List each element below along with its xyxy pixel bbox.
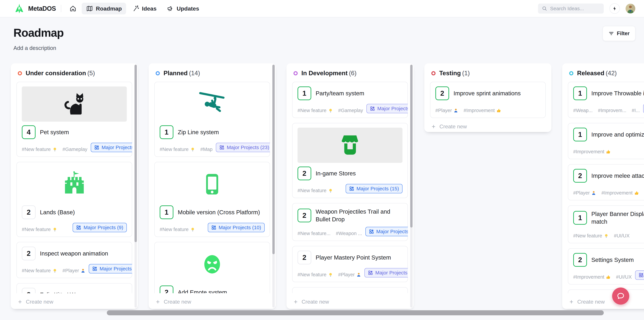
user-avatar[interactable]: [626, 4, 635, 13]
major-projects-badge[interactable]: Major Projects (10): [208, 223, 265, 232]
person-emoji-icon: [454, 108, 458, 113]
major-projects-badge[interactable]: Major Projects (23): [216, 143, 270, 152]
filter-label: Filter: [617, 30, 630, 36]
page-description-placeholder[interactable]: Add a description: [14, 45, 56, 51]
vote-count-box[interactable]: 1: [298, 86, 311, 100]
idea-card[interactable]: 2Lands (Base)#New featureMajor Projects …: [16, 162, 132, 237]
major-projects-badge[interactable]: Major Projects (14): [91, 143, 132, 152]
card-image: [160, 247, 265, 282]
idea-card[interactable]: 2Player Mastery Point System#New feature…: [292, 246, 408, 282]
idea-card[interactable]: 1Improve Throwable items#Weap...#Improve…: [568, 82, 644, 118]
vertical-scrollbar-thumb[interactable]: [410, 65, 412, 228]
vote-count-box[interactable]: 2: [22, 205, 36, 219]
vote-count-box[interactable]: 1: [573, 211, 587, 225]
tag-list: #New feature: [298, 188, 333, 193]
tag-label: #Improvement: [573, 274, 604, 280]
nav-tabs: Roadmap Ideas Updates: [82, 3, 204, 14]
grid-icon: [370, 106, 375, 111]
home-button[interactable]: [66, 2, 80, 14]
megaphone-icon: [167, 5, 174, 12]
bulb-emoji-icon: [52, 268, 57, 273]
card-meta-row: #New feature#GameplayMajor Projects (25): [298, 104, 402, 113]
vote-count-box[interactable]: 2: [160, 286, 174, 293]
major-projects-badge[interactable]: Major Projects (23): [364, 268, 408, 278]
idea-card[interactable]: 4Pet system#New feature#GameplayMajor Pr…: [16, 82, 132, 157]
vote-count-box[interactable]: 2: [22, 288, 36, 293]
major-projects-badge[interactable]: Major Projects (15): [346, 184, 402, 193]
major-projects-badge[interactable]: Major Projects (25): [366, 104, 408, 113]
vote-count-box[interactable]: 2: [435, 86, 449, 100]
idea-card[interactable]: [568, 290, 644, 293]
quick-actions-button[interactable]: [610, 3, 620, 14]
brand[interactable]: MetaDOS: [14, 3, 56, 14]
badge-label: Major Projects (23): [375, 270, 408, 276]
major-projects-badge[interactable]: Major Projects: [635, 270, 644, 280]
idea-card[interactable]: 2Inspect weapon animation#New feature#Pl…: [16, 242, 132, 278]
grid-icon: [219, 145, 224, 150]
create-new-button[interactable]: +Create new: [286, 293, 336, 312]
tag-list: #New feature: [22, 227, 57, 232]
search-input[interactable]: [550, 6, 600, 11]
tag-label: #Weap...: [573, 108, 593, 113]
vote-count-box[interactable]: 4: [22, 125, 36, 139]
tag-label: #Improvement: [573, 149, 604, 154]
vote-count-box[interactable]: 1: [573, 128, 587, 141]
idea-card[interactable]: [292, 287, 408, 293]
idea-card[interactable]: 2Improve melee attacking ar#Player#Impro…: [568, 164, 644, 200]
search-box[interactable]: [538, 3, 604, 13]
vote-count-box[interactable]: 2: [298, 251, 311, 264]
idea-card[interactable]: 1Zip Line system#New feature#MapMajor Pr…: [154, 82, 270, 157]
vote-count-box[interactable]: 2: [22, 247, 36, 260]
create-new-button[interactable]: +Create new: [11, 293, 61, 312]
idea-card[interactable]: 2In-game Stores#New featureMajor Project…: [292, 123, 408, 198]
tab-updates[interactable]: Updates: [162, 3, 204, 14]
help-beacon-button[interactable]: [612, 288, 629, 305]
status-dot: [569, 71, 574, 75]
cards-list: 1Zip Line system#New feature#MapMajor Pr…: [154, 82, 270, 293]
column-count: (14): [189, 70, 200, 77]
major-projects-badge[interactable]: Major Projects (9): [72, 223, 127, 232]
idea-card[interactable]: 1Party/team system#New feature#GameplayM…: [292, 82, 408, 118]
tag-label: #Gameplay: [62, 147, 88, 152]
tag-label: #New feature: [298, 108, 326, 113]
vertical-scrollbar-thumb[interactable]: [272, 65, 275, 254]
idea-card[interactable]: 2Felis Kitty LW: [16, 283, 132, 293]
tag-label: #New feature: [22, 268, 51, 274]
vote-count-box[interactable]: 2: [298, 167, 311, 180]
create-new-button[interactable]: +Create new: [562, 293, 612, 312]
tab-roadmap[interactable]: Roadmap: [82, 3, 126, 14]
major-projects-badge[interactable]: Major Projects: [643, 104, 644, 113]
major-projects-badge[interactable]: Major Projects (21): [366, 227, 408, 236]
map-icon: [86, 5, 93, 12]
vote-count-box[interactable]: 1: [573, 86, 587, 100]
tag-list: #Weap...#Improvem...#I...: [573, 108, 640, 113]
idea-card[interactable]: 1Improve and optimize bots#Improvement: [568, 123, 644, 159]
search-icon: [542, 6, 548, 11]
tab-ideas[interactable]: Ideas: [128, 3, 161, 14]
vote-count-box[interactable]: 1: [160, 125, 174, 139]
idea-card[interactable]: 2Improve sprint animations#Player#Improv…: [430, 82, 546, 118]
filter-button[interactable]: Filter: [603, 26, 635, 41]
vote-count-box[interactable]: 2: [573, 169, 587, 183]
vote-row: 2Improve melee attacking ar: [573, 169, 644, 183]
tag: #UI/UX: [614, 233, 630, 239]
vote-row: 2Add Emote system: [160, 286, 265, 293]
grid-icon: [369, 229, 374, 234]
card-title: Improve and optimize bots: [591, 131, 644, 138]
idea-card[interactable]: 1Player Banner Display start match#New f…: [568, 205, 644, 243]
vote-count-box[interactable]: 2: [298, 209, 311, 222]
idea-card[interactable]: 1Mobile version (Cross Platform)#New fea…: [154, 162, 270, 237]
create-new-button[interactable]: +Create new: [148, 293, 198, 312]
create-new-button[interactable]: +Create new: [424, 118, 474, 136]
idea-card[interactable]: 2Settings System#Improvement#UI/UXMajor …: [568, 248, 644, 285]
vote-count-box[interactable]: 2: [573, 253, 587, 267]
horizontal-scrollbar-thumb[interactable]: [107, 310, 604, 315]
major-projects-badge[interactable]: Major Projects (21): [89, 264, 132, 274]
tag: #New feature: [22, 227, 57, 232]
vote-row: 1Mobile version (Cross Platform): [160, 205, 265, 219]
idea-card[interactable]: 2Weapon Projectiles Trail and Bullet Dro…: [292, 203, 408, 241]
tag: #Improvement: [602, 190, 639, 196]
vote-count-box[interactable]: 1: [160, 205, 174, 219]
idea-card[interactable]: 2Add Emote system: [154, 242, 270, 293]
vertical-scrollbar-thumb[interactable]: [134, 65, 137, 242]
